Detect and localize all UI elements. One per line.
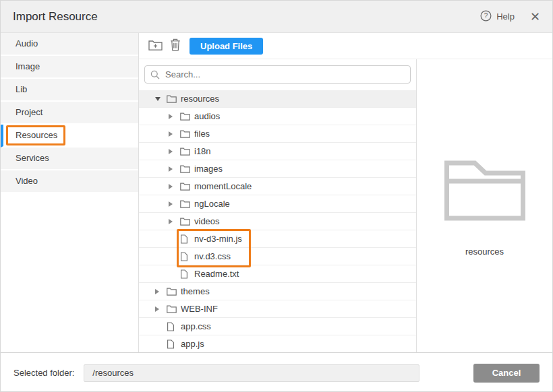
new-folder-button[interactable]	[145, 36, 165, 55]
chevron-right-icon[interactable]	[155, 306, 167, 312]
tree-item-label: ngLocale	[194, 199, 230, 209]
tree-row-ngLocale[interactable]: ngLocale	[139, 195, 416, 213]
sidebar: AudioImageLibProjectResourcesServicesVid…	[1, 33, 139, 352]
tree-row-files[interactable]: files	[139, 125, 416, 143]
sidebar-item-label: Services	[16, 153, 49, 163]
folder-icon	[180, 112, 194, 121]
large-folder-icon	[444, 156, 526, 224]
sidebar-item-label: Lib	[16, 84, 27, 94]
svg-text:?: ?	[484, 12, 488, 20]
tree-row-themes[interactable]: themes	[139, 283, 416, 300]
tree-row-videos[interactable]: videos	[139, 213, 416, 230]
sidebar-item-label: Resources	[16, 130, 57, 140]
help-label: Help	[496, 11, 515, 22]
preview-panel: resources	[417, 59, 552, 352]
search-container	[139, 59, 416, 90]
folder-icon	[180, 164, 194, 173]
search-input[interactable]	[144, 65, 411, 84]
sidebar-item-label: Audio	[16, 38, 38, 48]
help-icon: ?	[480, 10, 492, 24]
file-icon	[180, 269, 194, 279]
chevron-right-icon[interactable]	[169, 166, 180, 172]
tree-item-label: momentLocale	[194, 181, 252, 191]
sidebar-item-video[interactable]: Video	[1, 170, 138, 193]
import-resource-dialog: Import Resource ? Help ✕ AudioImageLibPr…	[0, 0, 553, 392]
new-folder-icon	[148, 39, 163, 53]
folder-icon	[180, 182, 194, 191]
sidebar-item-project[interactable]: Project	[1, 102, 138, 125]
help-button[interactable]: ? Help	[480, 10, 515, 24]
tree-row-images[interactable]: images	[139, 160, 416, 178]
tree-item-label: themes	[181, 286, 210, 296]
sidebar-item-services[interactable]: Services	[1, 148, 138, 170]
sidebar-item-lib[interactable]: Lib	[1, 79, 138, 102]
tree-item-label: nv-d3-min.js	[194, 234, 242, 244]
chevron-right-icon[interactable]	[169, 149, 180, 154]
file-icon	[180, 234, 194, 244]
tree-item-label: resources	[181, 94, 219, 104]
header-actions: ? Help ✕	[480, 10, 540, 24]
tree-row-nv-d3-min.js[interactable]: nv-d3-min.js	[139, 230, 416, 248]
dialog-header: Import Resource ? Help ✕	[1, 1, 552, 33]
upload-files-button[interactable]: Upload Files	[190, 38, 263, 55]
tree-row-resources[interactable]: resources	[139, 90, 416, 108]
delete-button[interactable]	[165, 36, 185, 55]
sidebar-item-resources[interactable]: Resources	[1, 125, 138, 148]
tree-item-label: nv.d3.css	[194, 251, 231, 261]
sidebar-item-label: Project	[16, 107, 42, 117]
tree-row-Readme.txt[interactable]: Readme.txt	[139, 265, 416, 283]
tree-row-i18n[interactable]: i18n	[139, 143, 416, 160]
sidebar-item-audio[interactable]: Audio	[1, 33, 138, 56]
folder-icon	[167, 304, 181, 313]
preview-folder-name: resources	[465, 247, 504, 257]
selected-folder-label: Selected folder:	[13, 368, 74, 378]
chevron-right-icon[interactable]	[155, 289, 167, 294]
folder-icon	[180, 129, 194, 138]
cancel-button[interactable]: Cancel	[473, 364, 540, 383]
tree-item-label: i18n	[194, 146, 211, 156]
file-tree: resourcesaudiosfilesi18nimagesmomentLoca…	[139, 90, 416, 352]
tree-item-label: videos	[194, 216, 220, 226]
folder-icon	[167, 287, 181, 296]
file-icon	[180, 252, 194, 261]
tree-column: resourcesaudiosfilesi18nimagesmomentLoca…	[139, 59, 417, 352]
tree-row-app.js[interactable]: app.js	[139, 335, 416, 352]
chevron-right-icon[interactable]	[169, 219, 180, 224]
content-split: resourcesaudiosfilesi18nimagesmomentLoca…	[139, 59, 552, 352]
tree-item-label: WEB-INF	[181, 304, 218, 314]
tree-item-label: files	[194, 129, 210, 139]
toolbar: Upload Files	[139, 33, 552, 59]
close-icon: ✕	[530, 10, 540, 24]
chevron-right-icon[interactable]	[169, 114, 180, 119]
folder-icon	[180, 217, 194, 226]
folder-icon	[167, 94, 181, 103]
sidebar-item-image[interactable]: Image	[1, 56, 138, 79]
tree-row-momentLocale[interactable]: momentLocale	[139, 178, 416, 195]
main-area: Upload Files resourcesaudiosfilesi18nima…	[139, 33, 552, 352]
tree-row-app.css[interactable]: app.css	[139, 318, 416, 335]
file-icon	[167, 339, 181, 349]
tree-item-label: app.js	[181, 339, 204, 349]
tree-row-WEB-INF[interactable]: WEB-INF	[139, 300, 416, 318]
dialog-title: Import Resource	[13, 10, 98, 24]
tree-item-label: Readme.txt	[194, 269, 239, 279]
chevron-right-icon[interactable]	[169, 131, 180, 137]
tree-item-label: audios	[194, 111, 220, 121]
chevron-down-icon[interactable]	[155, 97, 167, 101]
close-button[interactable]: ✕	[530, 11, 540, 23]
chevron-right-icon[interactable]	[169, 184, 180, 189]
folder-icon	[180, 147, 194, 156]
file-icon	[167, 322, 181, 331]
footer-bar: Selected folder: Cancel	[1, 352, 552, 392]
tree-item-label: app.css	[181, 321, 211, 331]
sidebar-item-label: Video	[16, 176, 38, 186]
dialog-body: AudioImageLibProjectResourcesServicesVid…	[1, 33, 552, 352]
selected-folder-input[interactable]	[84, 364, 419, 382]
tree-row-audios[interactable]: audios	[139, 108, 416, 125]
trash-icon	[170, 38, 181, 53]
chevron-right-icon[interactable]	[169, 201, 180, 207]
tree-row-nv.d3.css[interactable]: nv.d3.css	[139, 248, 416, 265]
tree-item-label: images	[194, 164, 223, 174]
sidebar-item-label: Image	[16, 61, 40, 71]
folder-icon	[180, 199, 194, 208]
